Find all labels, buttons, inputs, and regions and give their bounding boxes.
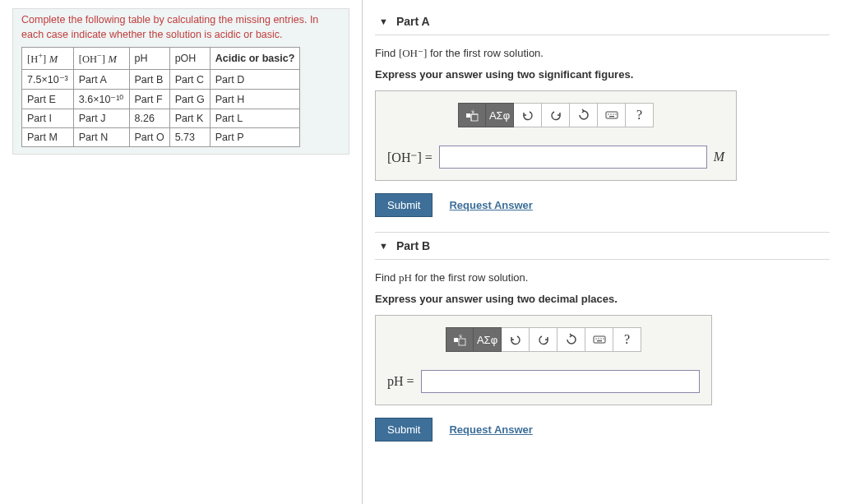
part-b-find: Find pH for the first row solution. [375, 271, 830, 284]
table-row: Part E 3.6×10⁻¹⁰ Part F Part G Part H [22, 90, 300, 109]
redo-icon [549, 109, 562, 122]
undo-icon [509, 333, 522, 346]
svg-point-8 [615, 113, 616, 114]
part-a-express: Express your answer using two significan… [375, 68, 830, 81]
col-ab: Acidic or basic? [210, 48, 300, 70]
svg-point-16 [598, 338, 599, 339]
svg-point-6 [610, 113, 611, 114]
part-b-answer-box: x√ ΑΣφ [375, 315, 712, 405]
keyboard-icon [605, 109, 618, 122]
part-a-answer-label: [OH⁻] = [387, 150, 433, 165]
part-b-answer-label: pH = [387, 374, 414, 389]
part-a-find: Find [OH⁻] for the first row solution. [375, 47, 830, 60]
svg-rect-4 [606, 112, 618, 118]
svg-point-15 [595, 338, 596, 339]
part-a-submit-button[interactable]: Submit [375, 193, 433, 217]
greek-button[interactable]: ΑΣφ [486, 103, 514, 127]
part-a-answer-box: x√ ΑΣφ [375, 90, 737, 181]
part-a-title: Part A [396, 15, 430, 28]
instruction-text: Complete the following table by calculat… [21, 13, 340, 42]
part-a-answer-unit: M [714, 150, 724, 164]
keyboard-icon [593, 333, 606, 346]
svg-rect-2 [471, 114, 478, 121]
table-header-row: [H+] M [OH−] M pH pOH Acidic or basic? [22, 48, 300, 70]
redo-icon [537, 333, 550, 346]
part-a-section: Part A Find [OH⁻] for the first row solu… [375, 8, 830, 217]
templates-button[interactable]: x√ [458, 103, 486, 127]
svg-point-17 [600, 338, 601, 339]
keyboard-button[interactable] [598, 103, 626, 127]
undo-button[interactable] [502, 327, 530, 352]
part-b-title: Part B [396, 239, 430, 252]
chevron-down-icon [379, 16, 388, 26]
part-a-header[interactable]: Part A [375, 8, 830, 35]
reset-button[interactable] [570, 103, 598, 127]
svg-rect-10 [454, 338, 458, 342]
svg-rect-14 [594, 336, 605, 343]
table-row: Part M Part N Part O 5.73 Part P [22, 128, 300, 147]
svg-text:√: √ [459, 333, 461, 338]
redo-button[interactable] [542, 103, 570, 127]
reset-icon [577, 109, 590, 122]
data-table: [H+] M [OH−] M pH pOH Acidic or basic? 7… [21, 47, 300, 147]
svg-rect-0 [466, 113, 470, 118]
part-b-header[interactable]: Part B [375, 233, 830, 260]
svg-point-7 [613, 113, 613, 114]
chevron-down-icon [379, 241, 388, 251]
instruction-box: Complete the following table by calculat… [12, 8, 349, 155]
col-oh: [OH−] M [73, 48, 129, 70]
redo-button[interactable] [530, 327, 557, 352]
svg-rect-12 [459, 339, 465, 345]
col-poh: pOH [169, 48, 210, 70]
svg-point-5 [608, 113, 608, 114]
templates-icon: x√ [453, 333, 466, 346]
svg-rect-19 [597, 340, 602, 341]
part-b-toolbar: x√ ΑΣφ [387, 327, 700, 352]
part-b-express: Express your answer using two decimal pl… [375, 293, 830, 305]
keyboard-button[interactable] [585, 327, 613, 352]
svg-point-18 [603, 338, 604, 339]
templates-icon: x√ [465, 109, 479, 122]
undo-button[interactable] [514, 103, 542, 127]
col-h: [H+] M [22, 48, 74, 70]
part-b-request-link[interactable]: Request Answer [449, 423, 532, 436]
reset-button[interactable] [557, 327, 585, 352]
table-row: 7.5×10⁻³ Part A Part B Part C Part D [22, 70, 300, 90]
help-button[interactable]: ? [613, 327, 641, 352]
part-a-request-link[interactable]: Request Answer [449, 199, 532, 211]
svg-rect-9 [609, 116, 614, 117]
templates-button[interactable]: x√ [446, 327, 474, 352]
part-b-answer-input[interactable] [421, 370, 700, 393]
help-button[interactable]: ? [626, 103, 654, 127]
greek-button[interactable]: ΑΣφ [474, 327, 502, 352]
part-a-answer-input[interactable] [439, 146, 707, 169]
reset-icon [565, 333, 578, 346]
undo-icon [521, 109, 534, 122]
part-b-submit-button[interactable]: Submit [375, 418, 433, 442]
part-b-section: Part B Find pH for the first row solutio… [375, 232, 830, 442]
svg-text:√: √ [471, 109, 474, 113]
col-ph: pH [129, 48, 169, 70]
part-a-toolbar: x√ ΑΣφ [387, 103, 724, 127]
table-row: Part I Part J 8.26 Part K Part L [22, 109, 300, 128]
